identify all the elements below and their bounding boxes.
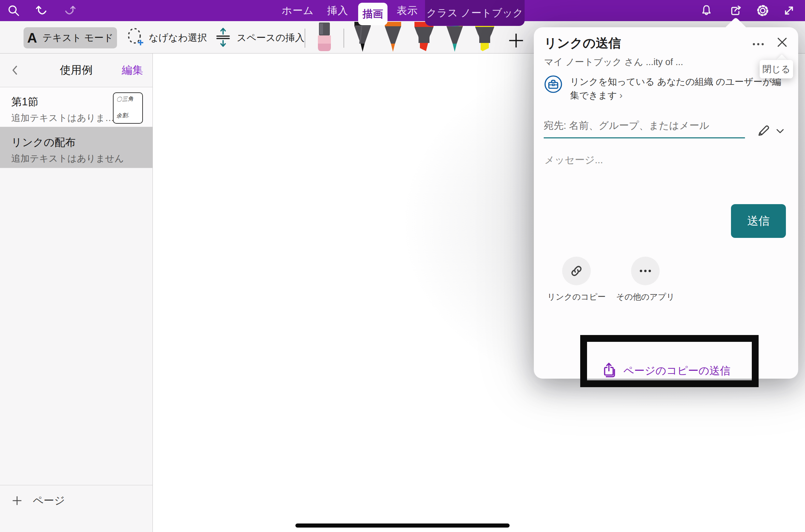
page-item-link-distribution[interactable]: リンクの配布 追加テキストはありません: [0, 127, 152, 168]
send-page-copy-button[interactable]: ページのコピーの送信: [534, 350, 798, 391]
top-app-bar: ホーム 挿入 描画 表示 クラス ノートブック: [0, 0, 805, 21]
toolbar-divider: [305, 29, 305, 48]
insert-space-button[interactable]: スペースの挿入: [214, 27, 305, 48]
red-marker-tool[interactable]: [413, 21, 435, 54]
close-button[interactable]: [773, 33, 792, 51]
close-tooltip: 閉じる: [760, 60, 793, 78]
page-title: リンクの配布: [11, 135, 76, 150]
eraser-tool[interactable]: [317, 21, 332, 54]
add-page-button[interactable]: ページ: [0, 485, 152, 516]
insert-space-label: スペースの挿入: [237, 31, 305, 44]
recipient-options-chevron[interactable]: [773, 123, 788, 138]
message-input[interactable]: [544, 154, 757, 166]
message-field: [544, 154, 762, 166]
yellow-highlighter-tool[interactable]: [474, 21, 495, 54]
pencil-icon: [756, 123, 771, 138]
recipient-field: [544, 120, 757, 138]
orange-pen-tool[interactable]: [382, 21, 404, 54]
rainbow-pen-tool[interactable]: [444, 21, 465, 54]
text-mode-label: テキスト モード: [43, 31, 114, 44]
link-icon: [562, 257, 591, 285]
lasso-label: なげなわ選択: [149, 31, 207, 44]
send-link-dialog: リンクの送信 マイ ノートブック さん ...ity of ... 閉じる リン…: [534, 27, 798, 379]
page-list-panel: 使用例 編集 第1節 追加テキストはありま… 〇三角 余割. リンクの配布 追加…: [0, 53, 153, 532]
insert-space-icon: [214, 27, 232, 49]
tab-home[interactable]: ホーム: [279, 0, 317, 21]
tab-draw[interactable]: 描画: [358, 3, 387, 25]
plus-icon: [11, 495, 23, 507]
home-indicator[interactable]: [295, 523, 510, 528]
tab-view[interactable]: 表示: [394, 0, 420, 21]
more-apps-label: その他のアプリ: [616, 291, 674, 302]
search-icon[interactable]: [5, 2, 23, 19]
toolbar-divider: [343, 29, 344, 48]
page-item-section1[interactable]: 第1節 追加テキストはありま… 〇三角 余割.: [0, 87, 152, 127]
link-permission-button[interactable]: リンクを知っている あなたの組織 のユーザーが編集できます ›: [544, 75, 783, 102]
more-options-button[interactable]: [749, 34, 768, 52]
copy-link-label: リンクのコピー: [547, 291, 605, 302]
briefcase-icon: [544, 75, 562, 102]
redo-icon[interactable]: [61, 2, 79, 19]
settings-icon[interactable]: [754, 2, 772, 19]
permission-text: リンクを知っている あなたの組織 のユーザーが編集できます ›: [570, 75, 781, 102]
notifications-icon[interactable]: [698, 2, 715, 19]
thumbnail-handwriting-line1: 〇三角: [116, 95, 134, 104]
edit-recipient-pencil-button[interactable]: [755, 122, 772, 139]
lasso-select-button[interactable]: なげなわ選択: [127, 27, 207, 48]
share-page-icon: [601, 362, 617, 380]
divider: [0, 168, 152, 168]
lasso-icon: [127, 28, 144, 48]
thumbnail-handwriting-line2: 余割.: [116, 112, 130, 120]
chevron-down-icon: [774, 125, 786, 137]
page-snippet: 追加テキストはありま…: [11, 112, 114, 124]
black-pen-tool[interactable]: [352, 21, 373, 54]
send-page-copy-label: ページのコピーの送信: [623, 364, 730, 378]
tab-class-notebook[interactable]: クラス ノートブック: [425, 0, 525, 26]
page-thumbnail: 〇三角 余割.: [113, 92, 143, 124]
chevron-right: ›: [619, 90, 623, 101]
send-button[interactable]: 送信: [731, 204, 786, 238]
ellipsis-icon: [751, 35, 766, 50]
add-pen-button[interactable]: [506, 30, 527, 51]
more-apps-ellipsis-icon: [631, 257, 660, 285]
copy-link-button[interactable]: リンクのコピー: [549, 257, 604, 302]
letter-a-icon: A: [27, 31, 37, 45]
tab-insert[interactable]: 挿入: [321, 0, 354, 21]
edit-button[interactable]: 編集: [122, 53, 143, 87]
recipient-input[interactable]: [544, 120, 745, 138]
more-apps-button[interactable]: その他のアプリ: [618, 257, 673, 302]
fullscreen-icon[interactable]: [780, 2, 798, 19]
close-icon: [775, 35, 789, 49]
plus-icon: [507, 31, 525, 50]
text-mode-button[interactable]: A テキスト モード: [24, 27, 117, 48]
dialog-title: リンクの送信: [544, 35, 621, 52]
dialog-callout-arrow: [725, 17, 747, 28]
page-title: 第1節: [11, 95, 38, 109]
page-snippet: 追加テキストはありません: [11, 152, 124, 165]
dialog-subtitle: マイ ノートブック さん ...ity of ...: [544, 56, 762, 68]
undo-icon[interactable]: [33, 2, 50, 19]
add-page-label: ページ: [33, 493, 65, 508]
